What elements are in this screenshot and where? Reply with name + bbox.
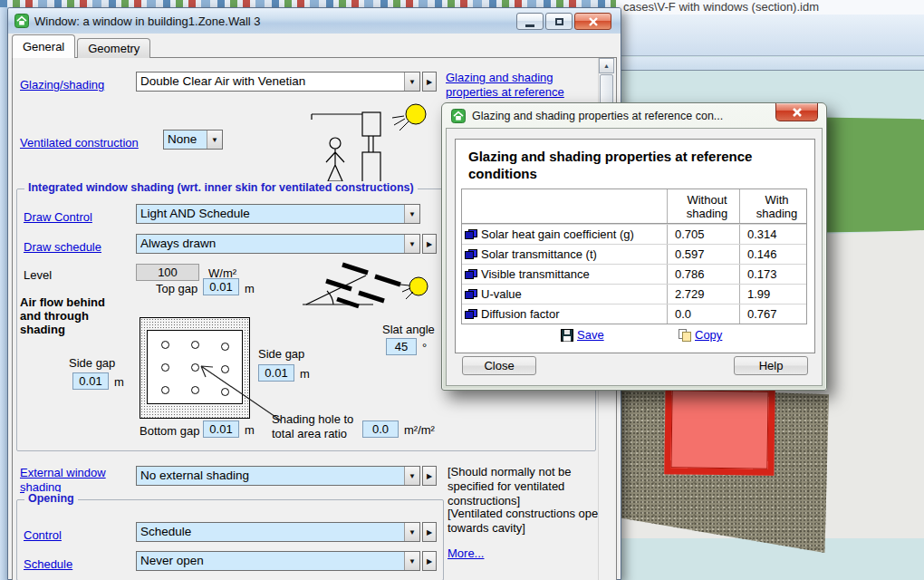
row-value-without: 0.786 [667,265,739,284]
object-icon [465,289,477,299]
side-gap-right-unit: m [300,367,310,382]
opening-note: [Ventilated constructions open towards c… [448,507,609,536]
row-label: Visible transmittance [481,267,590,281]
properties-table: Without shading With shading Solar heat … [461,188,807,324]
chevron-down-icon[interactable]: ▼ [404,205,419,223]
table-header-row: Without shading With shading [462,189,806,224]
save-link[interactable]: Save [577,328,604,343]
background-window-chrome-band [616,57,924,71]
draw-control-link[interactable]: Draw Control [24,210,92,225]
slat-angle-input[interactable] [386,338,417,355]
row-label: Solar transmittance (t) [481,247,597,261]
group-title: Opening [24,492,78,505]
top-gap-input[interactable] [203,278,239,295]
opening-control-detail-button[interactable]: ▶ [422,522,437,542]
slat-angle-illustration [299,261,435,317]
external-shading-note: [Should normally not be specified for ve… [448,465,609,508]
window-title: Window: a window in building1.Zone.Wall … [34,14,261,28]
top-gap-label: Top gap [156,282,197,296]
close-dialog-button[interactable]: Close [462,356,536,375]
arrow-right-icon: ▶ [427,557,432,566]
row-value-without: 0.597 [667,245,739,264]
glazing-detail-button[interactable]: ▶ [422,72,437,92]
maximize-button[interactable] [545,13,573,30]
maximize-icon [555,18,563,25]
arrow-right-icon: ▶ [427,240,432,248]
tab-bar: General Geometry [12,34,152,58]
slat-angle-unit: ° [422,341,427,355]
object-icon [465,249,477,259]
opening-schedule-value: Never open [137,552,404,570]
hole-ratio-input[interactable] [362,420,399,438]
properties-panel: Glazing and shading properties at refere… [455,139,815,353]
glazing-shading-link[interactable]: Glazing/shading [20,78,104,92]
scroll-up-icon: ▲ [603,63,610,69]
arrow-right-icon: ▶ [427,78,432,86]
slat-angle-label: Slat angle [382,323,435,337]
draw-schedule-combobox[interactable]: Always drawn ▼ [136,234,420,254]
hole-ratio-label: Shading hole to total area ratio [272,412,370,441]
more-link[interactable]: More... [448,546,484,561]
draw-schedule-detail-button[interactable]: ▶ [422,234,437,254]
external-shading-combobox[interactable]: No external shading ▼ [136,466,420,486]
close-button[interactable] [574,13,611,30]
external-shading-value: No external shading [137,467,404,485]
chevron-down-icon[interactable]: ▼ [404,552,419,570]
chevron-down-icon[interactable]: ▼ [207,130,222,149]
table-row: Solar heat gain coefficient (g) 0.705 0.… [462,224,806,244]
tab-geometry[interactable]: Geometry [77,38,150,58]
scroll-up-button[interactable]: ▲ [599,58,614,73]
row-value-with: 0.146 [739,245,806,264]
chevron-down-icon[interactable]: ▼ [404,235,419,253]
opening-control-value: Schedule [137,523,404,541]
table-header-empty [462,189,667,223]
row-value-with: 0.314 [739,225,806,244]
object-icon [465,309,477,319]
tab-general[interactable]: General [12,34,75,58]
table-row: Solar transmittance (t) 0.597 0.146 [462,244,806,264]
hole-ratio-unit: m²/m² [404,423,435,438]
external-shading-link[interactable]: External window shading [20,466,121,495]
group-title: Integrated window shading (wrt. inner sk… [24,181,418,194]
help-button[interactable]: Help [734,356,808,375]
chevron-down-icon[interactable]: ▼ [404,467,419,485]
person-window-illustration [308,96,391,192]
3d-selected-window[interactable] [664,383,775,476]
row-value-without: 0.705 [667,225,739,244]
titlebar[interactable]: Window: a window in building1.Zone.Wall … [8,8,621,34]
glazing-shading-combobox[interactable]: Double Clear Air with Venetian ▼ [136,72,420,92]
draw-schedule-link[interactable]: Draw schedule [24,240,101,255]
copy-link[interactable]: Copy [695,328,722,343]
table-row: U-value 2.729 1.99 [462,284,806,304]
sun-icon [389,100,430,136]
side-gap-left-input[interactable] [72,372,109,390]
background-window-chrome [616,14,924,56]
properties-heading: Glazing and shading properties at refere… [468,148,776,182]
opening-schedule-combobox[interactable]: Never open ▼ [136,551,420,571]
opening-control-combobox[interactable]: Schedule ▼ [136,522,420,542]
chevron-down-icon[interactable]: ▼ [404,72,419,91]
bottom-gap-label: Bottom gap [140,424,200,439]
row-value-without: 0.0 [667,304,739,324]
ventilated-construction-combobox[interactable]: None ▼ [163,130,223,150]
properties-titlebar[interactable]: Glazing and shading properties at refere… [442,103,826,128]
chevron-down-icon[interactable]: ▼ [404,523,419,541]
minimize-button[interactable] [516,13,544,30]
properties-close-button[interactable] [775,103,818,121]
properties-dialog: Glazing and shading properties at refere… [441,102,827,391]
ventilated-construction-link[interactable]: Ventilated construction [20,136,139,150]
row-label: Diffusion factor [481,307,559,321]
table-row: Visible transmittance 0.786 0.173 [462,264,806,284]
properties-title: Glazing and shading properties at refere… [472,110,723,122]
opening-schedule-link[interactable]: Schedule [24,557,72,572]
level-input[interactable] [136,264,199,281]
side-gap-left-label: Side gap [69,356,115,371]
row-value-with: 0.173 [739,265,806,284]
external-shading-detail-button[interactable]: ▶ [422,466,437,486]
opening-schedule-detail-button[interactable]: ▶ [422,551,437,571]
callout-arrow-icon [187,357,284,424]
top-gap-unit: m [245,282,255,296]
opening-control-link[interactable]: Control [24,528,62,543]
save-icon [561,329,573,342]
draw-control-combobox[interactable]: Light AND Schedule ▼ [136,204,420,224]
